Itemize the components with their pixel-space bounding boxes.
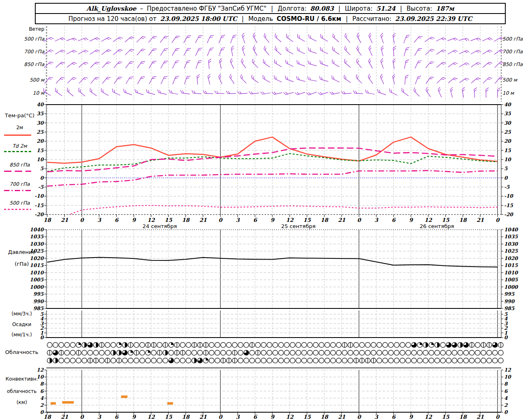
svg-text:5: 5: [504, 166, 508, 171]
svg-text:1025: 1025: [504, 248, 518, 254]
svg-text:9: 9: [409, 414, 413, 420]
svg-text:3: 3: [97, 414, 101, 420]
legend-line-850: [4, 171, 31, 172]
wind-level-500hpa-label-right: 500 гПа: [502, 36, 525, 42]
svg-text:1015: 1015: [504, 262, 518, 268]
precip-unit-3h-label: (мм/3ч.): [0, 311, 43, 317]
svg-text:21: 21: [199, 414, 207, 420]
provider-text: Предоставлено ФГБУ "ЗапСиб УГМС": [147, 5, 267, 12]
pressure-panel-title: Давление: [0, 249, 43, 255]
svg-text:4: 4: [504, 395, 508, 401]
svg-text:12: 12: [147, 414, 155, 420]
legend-label-500: 500 гПа: [0, 200, 39, 206]
legend-line-500: [4, 209, 31, 210]
svg-text:2: 2: [504, 402, 508, 408]
svg-text:20: 20: [504, 138, 511, 144]
svg-text:995: 995: [504, 291, 515, 297]
wind-panel-title: Ветер: [8, 26, 44, 32]
legend-label-td2m: Td 2м: [0, 143, 39, 149]
svg-text:0: 0: [40, 175, 44, 181]
wind-level-850hpa-label: 850 гПа: [8, 62, 44, 67]
svg-text:15: 15: [504, 148, 511, 153]
svg-text:0: 0: [357, 414, 362, 420]
altitude-label: Высота:: [406, 5, 432, 12]
conv-panel-title-2: облачность: [0, 388, 43, 394]
svg-text:0: 0: [504, 175, 508, 181]
svg-text:-20: -20: [34, 212, 44, 217]
model-label: Модель: [248, 15, 273, 23]
svg-text:12: 12: [504, 367, 511, 373]
svg-text:40: 40: [37, 102, 44, 107]
svg-text:15: 15: [442, 217, 450, 223]
wind-level-700hpa-label-right: 700 гПа: [502, 49, 525, 55]
svg-text:6: 6: [253, 217, 258, 223]
svg-text:3: 3: [374, 217, 379, 223]
svg-text:985: 985: [33, 306, 44, 311]
station-name: Alk_Uglovskoe: [87, 5, 137, 12]
legend-label-850: 850 гПа: [0, 162, 39, 168]
svg-text:18: 18: [459, 414, 467, 420]
svg-text:9: 9: [270, 414, 275, 420]
svg-text:18: 18: [321, 414, 329, 420]
svg-text:15: 15: [303, 217, 311, 223]
svg-text:21: 21: [338, 217, 345, 223]
svg-text:9: 9: [132, 217, 137, 223]
latitude-value: 51.24: [376, 5, 395, 12]
wind-level-500m-label-right: 500 м: [502, 77, 525, 83]
svg-text:1010: 1010: [30, 270, 44, 276]
legend-label-700: 700 гПа: [0, 181, 39, 187]
svg-text:6: 6: [253, 414, 258, 420]
svg-text:15: 15: [303, 414, 311, 420]
svg-text:24 сентября: 24 сентября: [143, 223, 177, 229]
svg-text:0: 0: [80, 414, 84, 420]
temp-panel-title: Тем-ра(°C): [0, 112, 39, 119]
svg-text:-10: -10: [34, 193, 44, 199]
meteogram-canvas: 40403535303025252020151510105500-5-5-10-…: [0, 0, 525, 420]
svg-text:1010: 1010: [504, 270, 518, 276]
svg-text:21: 21: [338, 414, 345, 420]
pressure-panel-unit: (гПа): [0, 261, 43, 267]
legend-line-td2m: [4, 151, 31, 152]
svg-text:25: 25: [504, 129, 511, 135]
svg-text:10: 10: [504, 157, 511, 162]
svg-text:21: 21: [61, 217, 68, 223]
svg-text:1000: 1000: [504, 284, 518, 290]
svg-text:6: 6: [114, 414, 119, 420]
svg-text:15: 15: [442, 414, 450, 420]
svg-text:15: 15: [165, 217, 173, 223]
separator: |: [270, 5, 274, 12]
model-name: COSMO-RU / 6.6км: [277, 15, 341, 23]
svg-text:40: 40: [504, 102, 511, 107]
svg-text:6: 6: [392, 414, 396, 420]
svg-text:18: 18: [321, 217, 329, 223]
separator: |: [399, 5, 403, 12]
svg-text:9: 9: [132, 414, 137, 420]
svg-text:1030: 1030: [504, 241, 518, 247]
separator: |: [241, 15, 244, 23]
svg-text:5: 5: [40, 166, 44, 171]
svg-text:21: 21: [477, 217, 484, 223]
wind-level-850hpa-label-right: 850 гПа: [502, 62, 525, 67]
header-line-1: Alk_Uglovskoe – Предоставлено ФГБУ "ЗапС…: [35, 3, 506, 14]
wind-level-500m-label: 500 м: [8, 77, 44, 83]
legend-line-t2m: [4, 135, 31, 136]
svg-text:0: 0: [495, 217, 500, 223]
svg-text:985: 985: [504, 306, 515, 311]
svg-text:18: 18: [43, 414, 52, 420]
svg-text:0: 0: [219, 217, 223, 223]
legend-label-t2m: 2м: [0, 125, 39, 130]
svg-text:10: 10: [37, 157, 44, 162]
meteogram-screen: Alk_Uglovskoe – Предоставлено ФГБУ "ЗапС…: [0, 0, 525, 420]
svg-text:3: 3: [374, 414, 379, 420]
conv-panel-unit: (км): [0, 399, 43, 405]
svg-text:15: 15: [165, 414, 173, 420]
svg-text:990: 990: [504, 299, 515, 304]
svg-text:12: 12: [286, 414, 294, 420]
svg-text:1005: 1005: [30, 277, 44, 283]
svg-text:9: 9: [409, 217, 413, 223]
svg-text:1000: 1000: [30, 284, 44, 290]
svg-text:-15: -15: [504, 203, 513, 208]
svg-text:1040: 1040: [30, 227, 44, 233]
calc-datetime: 23.09.2025 22:39 UTC: [395, 15, 472, 23]
svg-text:0: 0: [504, 335, 508, 340]
